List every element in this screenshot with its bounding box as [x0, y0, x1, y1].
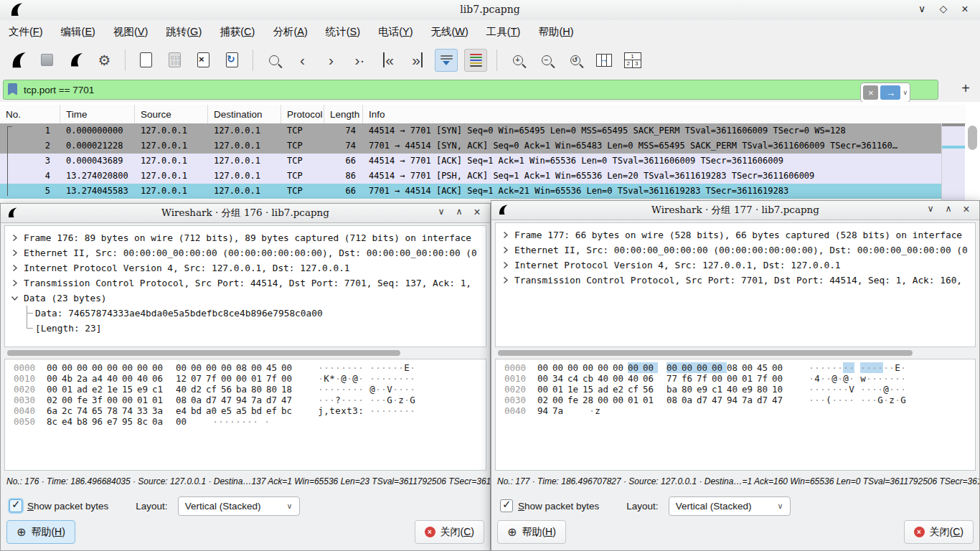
ascii-char[interactable]: · [809, 384, 814, 395]
hex-byte[interactable]: 94 [537, 405, 552, 416]
hex-byte[interactable]: 00 [47, 384, 62, 395]
hex-byte[interactable]: 00 [92, 362, 107, 373]
ascii-char[interactable]: · [352, 362, 358, 373]
hex-byte[interactable]: e4 [62, 416, 77, 427]
ascii-char[interactable]: @ [883, 384, 889, 395]
ascii-char[interactable]: · [404, 373, 410, 384]
ascii-char[interactable]: · [369, 405, 375, 416]
ascii-char[interactable]: K [324, 373, 329, 384]
ascii-char[interactable]: @ [341, 373, 347, 384]
hex-byte[interactable]: 01 [643, 395, 658, 405]
hex-byte[interactable]: 00 [281, 362, 296, 373]
ascii-char[interactable]: · [387, 362, 392, 373]
hex-byte[interactable]: 15 [122, 384, 137, 395]
ascii-char[interactable]: · [375, 373, 381, 384]
tree-row[interactable]: Frame 176: 89 bytes on wire (712 bits), … [5, 230, 486, 245]
menu-item[interactable]: 文件(F) [9, 25, 43, 39]
ascii-char[interactable]: · [253, 416, 258, 427]
ascii-char[interactable]: · [900, 384, 906, 395]
ascii-char[interactable]: · [837, 362, 843, 373]
restore-icon[interactable] [452, 206, 466, 219]
hex-byte[interactable]: d2 [191, 384, 206, 395]
hex-byte[interactable]: 00 [107, 362, 122, 373]
ascii-char[interactable]: · [381, 405, 387, 416]
filter-add-button[interactable]: + [957, 79, 974, 98]
filter-input[interactable] [22, 81, 778, 98]
menu-item[interactable]: 电话(Y) [378, 25, 413, 39]
ascii-char[interactable]: · [218, 416, 224, 427]
ascii-char[interactable]: G [877, 395, 883, 405]
hex-byte[interactable]: 40 [598, 373, 613, 384]
filter-apply-icon[interactable]: → [880, 85, 900, 100]
hex-byte[interactable]: 00 [567, 362, 583, 373]
hex-byte[interactable]: d7 [697, 395, 712, 405]
tree-row[interactable]: Frame 177: 66 bytes on wire (528 bits), … [496, 227, 975, 242]
tree-row[interactable]: Internet Protocol Version 4, Src: 127.0.… [496, 258, 975, 273]
ascii-char[interactable]: · [358, 395, 364, 405]
packet-row[interactable]: 10.000000000127.0.0.1127.0.0.1TCP7444514… [0, 123, 941, 138]
hex-byte[interactable]: e9 [697, 384, 712, 395]
hex-byte[interactable]: 00 [697, 362, 712, 373]
ascii-char[interactable]: · [381, 373, 387, 384]
hex-byte[interactable]: 00 [122, 395, 137, 405]
ascii-char[interactable]: · [814, 384, 820, 395]
ascii-char[interactable]: · [318, 395, 324, 405]
col-header-time[interactable]: Time [60, 105, 135, 123]
hex-byte[interactable]: e9 [742, 384, 757, 395]
hex-byte[interactable]: ad [77, 384, 92, 395]
ascii-char[interactable]: · [369, 362, 375, 373]
hex-byte[interactable]: 00 [613, 373, 628, 384]
hex-byte[interactable]: 12 [176, 373, 191, 384]
hex-byte[interactable]: f6 [682, 373, 697, 384]
hex-byte[interactable]: 40 [176, 384, 191, 395]
ascii-char[interactable]: · [392, 373, 398, 384]
hex-byte[interactable]: 08 [666, 395, 682, 405]
hex-byte[interactable]: 00 [583, 362, 598, 373]
ascii-char[interactable]: · [820, 373, 826, 384]
menu-item[interactable]: 工具(T) [486, 25, 521, 39]
ascii-char[interactable]: · [404, 405, 410, 416]
ascii-char[interactable]: · [387, 373, 392, 384]
hex-byte[interactable]: 00 [122, 362, 137, 373]
ascii-char[interactable]: · [860, 384, 866, 395]
hex-byte[interactable]: 01 [62, 384, 77, 395]
hex-byte[interactable]: 00 [613, 395, 628, 405]
hex-byte[interactable]: 00 [552, 362, 567, 373]
tree-row[interactable]: Ethernet II, Src: 00:00:00_00:00:00 (00:… [496, 242, 975, 258]
minimize-icon[interactable] [434, 206, 448, 219]
hex-byte[interactable]: 08 [236, 362, 251, 373]
hex-byte[interactable]: 2c [62, 405, 77, 416]
hex-byte[interactable]: e5 [221, 405, 236, 416]
ascii-char[interactable]: · [814, 395, 820, 405]
ascii-char[interactable]: · [849, 373, 854, 384]
hex-byte[interactable]: 8c [137, 416, 152, 427]
hex-row[interactable]: 00300200fe2800000101080ad747947ad747···(… [496, 395, 975, 405]
hex-byte[interactable]: 08 [727, 362, 742, 373]
packet-row[interactable]: 413.274020800127.0.0.1127.0.0.1TCP864451… [0, 169, 941, 184]
ascii-char[interactable]: · [375, 395, 381, 405]
hex-byte[interactable]: 0a [682, 395, 697, 405]
hex-byte[interactable]: a5 [236, 405, 251, 416]
ascii-char[interactable]: · [837, 395, 843, 405]
hex-byte[interactable]: 00 [137, 362, 152, 373]
ascii-char[interactable]: · [820, 362, 826, 373]
scrollbar-thumb[interactable] [498, 350, 913, 356]
col-header-destination[interactable]: Destination [208, 105, 281, 123]
ascii-char[interactable]: ? [335, 395, 341, 405]
menu-item[interactable]: 帮助(H) [538, 25, 573, 39]
ascii-char[interactable]: · [837, 373, 843, 384]
intelligent-scrollbar-minimap[interactable] [941, 123, 965, 204]
ascii-char[interactable]: · [843, 362, 849, 373]
hex-byte[interactable]: ef [266, 405, 281, 416]
ascii-char[interactable]: j [318, 405, 324, 416]
help-button[interactable]: 帮助(H) [497, 520, 566, 544]
hex-byte[interactable]: fe [77, 395, 92, 405]
ascii-char[interactable]: · [381, 384, 387, 395]
hex-byte[interactable]: 00 [537, 384, 552, 395]
ascii-char[interactable]: · [369, 395, 375, 405]
hex-byte[interactable]: 00 [598, 395, 613, 405]
ascii-char[interactable]: · [900, 362, 906, 373]
hex-byte[interactable]: 18 [281, 384, 296, 395]
menu-item[interactable]: 统计(S) [326, 25, 360, 39]
hex-byte[interactable]: 40 [628, 373, 643, 384]
